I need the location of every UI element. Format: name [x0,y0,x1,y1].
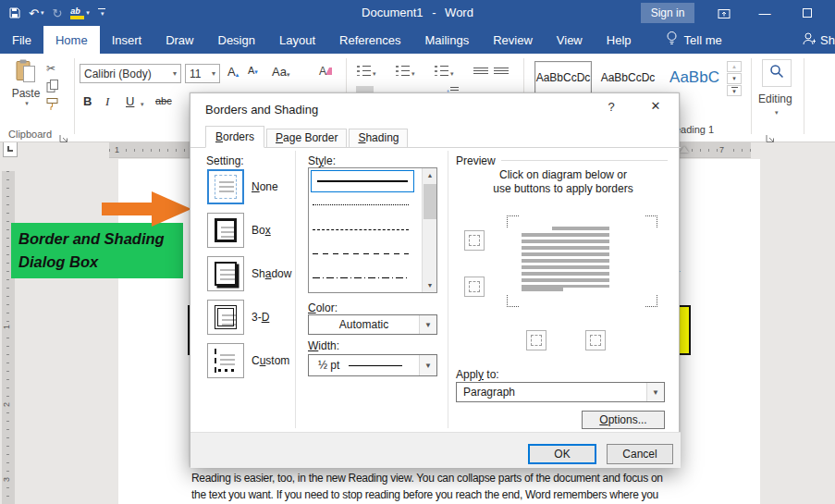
dialog-tab-shading[interactable]: Shading [349,129,408,148]
tab-draw[interactable]: Draw [153,26,205,54]
maximize-icon[interactable] [793,0,821,26]
style-card-no-spacing[interactable]: AaBbCcDc [596,61,660,94]
italic-button[interactable]: I [105,94,109,109]
tab-review[interactable]: Review [481,26,545,54]
setting-box-button[interactable] [207,213,244,248]
underline-caret-icon[interactable]: ▾ [141,101,144,108]
preview-diagram[interactable] [522,227,609,297]
setting-custom-label[interactable]: Custom [252,354,289,367]
preview-hint-line2: use buttons to apply borders [454,182,672,195]
dialog-close-icon[interactable]: ✕ [644,99,668,117]
strikethrough-button[interactable]: abc [155,95,172,106]
tell-me-box[interactable]: Tell me [657,26,731,54]
setting-box-label[interactable]: Box [252,224,271,237]
sign-in-button[interactable]: Sign in [641,3,694,23]
word-window: ↶▾ ↻ ab▾ ▾ Document1 - Word Sign in — Fi… [0,0,835,504]
scroll-up-icon[interactable]: ▲ [423,168,437,182]
text-highlight-icon[interactable]: ab▾ [70,7,90,19]
find-button[interactable] [762,59,792,87]
copy-icon[interactable] [46,79,65,93]
styles-dialog-launcher-icon[interactable] [766,130,775,147]
tab-design[interactable]: Design [206,26,267,54]
shrink-font-button[interactable]: A▾ [248,65,258,76]
cancel-button[interactable]: Cancel [607,444,673,464]
clipboard-dialog-launcher-icon[interactable] [59,130,68,147]
undo-icon[interactable]: ↶▾ [29,6,43,20]
setting-shadow-button[interactable] [207,256,244,291]
right-border-button[interactable] [585,330,606,350]
clear-formatting-icon[interactable]: A [318,63,335,81]
left-border-button[interactable] [526,330,546,350]
width-combo[interactable]: ½ pt ▼ [308,354,437,376]
bottom-border-button[interactable] [464,277,485,297]
style-card-heading1[interactable]: AaBbC [664,61,725,94]
paste-caret-icon: ▾ [25,100,29,107]
tab-help[interactable]: Help [595,26,644,54]
style-card-normal[interactable]: AaBbCcDc [534,61,592,94]
color-value: Automatic [309,318,419,331]
border-style-list[interactable]: ▲ ▼ [308,167,437,293]
change-case-button[interactable]: Aa▾ [272,65,289,79]
editing-group-label[interactable]: Editing [758,92,792,105]
style-item-dash-dot[interactable] [313,277,409,278]
tab-home[interactable]: Home [43,26,100,54]
increase-indent-icon[interactable] [494,63,509,80]
bullets-button[interactable]: ▾ [357,63,376,80]
redo-icon: ↻ [52,6,62,20]
format-painter-icon[interactable] [46,96,65,111]
setting-none-label[interactable]: None [252,180,278,193]
numbering-button[interactable]: ▾ [396,63,415,80]
tab-insert[interactable]: Insert [100,26,154,54]
style-item-dashed-small[interactable] [313,229,409,230]
style-item-dotted[interactable] [313,204,409,205]
color-combo[interactable]: Automatic ▼ [308,314,437,335]
tab-view[interactable]: View [545,26,595,54]
share-button[interactable]: Sh [801,26,835,54]
decrease-indent-icon[interactable] [473,63,488,80]
tell-me-label: Tell me [684,33,722,47]
setting-none-button[interactable] [207,169,244,204]
style-item-dashed[interactable] [313,253,409,254]
vertical-ruler: 1 2 3 [2,171,15,504]
customize-qat-icon[interactable]: ▾ [98,8,105,18]
apply-to-combo[interactable]: Paragraph ▼ [456,382,665,402]
ruler-number: 1 [2,323,12,331]
styles-scroll-up-icon[interactable]: ▴ [727,61,742,72]
tab-selector[interactable] [3,141,18,157]
paste-button[interactable]: Paste ▾ [7,59,44,118]
dialog-help-button[interactable]: ? [603,100,620,117]
font-size-combo[interactable]: 11▾ [185,64,220,83]
setting-3d-label[interactable]: 3-D [252,311,269,324]
indent-marker-icon[interactable] [680,146,689,153]
minimize-icon[interactable]: — [751,0,779,26]
styles-gallery-expand-icon[interactable]: ▾ [727,85,742,96]
save-icon[interactable] [9,7,20,18]
style-list-scrollbar[interactable]: ▲ ▼ [422,168,436,292]
tab-mailings[interactable]: Mailings [413,26,482,54]
styles-scroll-down-icon[interactable]: ▾ [727,73,742,84]
setting-3d-button[interactable] [207,300,244,335]
scroll-down-icon[interactable]: ▼ [423,278,437,292]
dialog-tab-borders[interactable]: Borders [205,126,264,148]
editing-caret-icon[interactable]: ▾ [775,109,779,117]
ribbon-display-options-icon[interactable] [710,0,738,26]
cut-icon[interactable]: ✂ [46,61,65,76]
setting-shadow-label[interactable]: Shadow [252,267,291,280]
scrollbar-thumb[interactable] [424,184,436,219]
style-item-solid [317,180,408,182]
clipboard-paste-icon [16,59,36,87]
paste-label: Paste [12,87,41,100]
tab-references[interactable]: References [327,26,412,54]
grow-font-button[interactable]: A▴ [227,65,239,79]
options-button[interactable]: Options... [582,411,665,429]
font-name-combo[interactable]: Calibri (Body)▾ [80,64,181,83]
tab-layout[interactable]: Layout [267,26,327,54]
tab-file[interactable]: File [0,26,43,54]
multilevel-list-button[interactable]: ▾ [435,63,454,80]
setting-custom-button[interactable] [207,343,244,378]
underline-button[interactable]: U [126,94,134,108]
bold-button[interactable]: B [83,94,92,108]
top-border-button[interactable] [464,230,485,251]
dialog-tab-page-border[interactable]: Page Border [266,129,347,148]
ok-button[interactable]: OK [528,444,596,464]
